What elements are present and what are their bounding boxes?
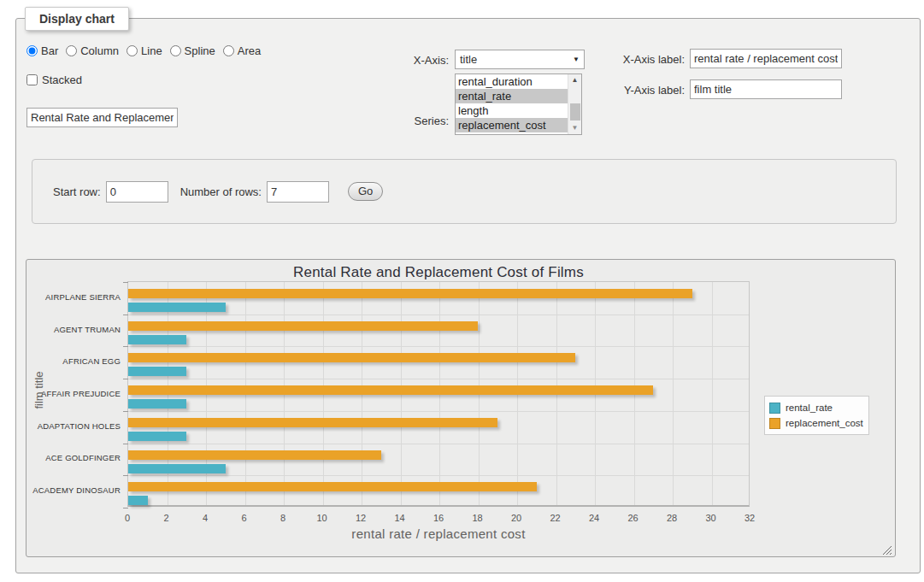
start-row-label: Start row: <box>53 185 101 198</box>
gridline-vertical <box>712 282 713 505</box>
y-axis-tick <box>123 282 128 283</box>
chart-title: Rental Rate and Replacement Cost of Film… <box>127 264 750 281</box>
x-tick-label: 28 <box>656 513 687 523</box>
y-category-label: ACADEMY DINOSAUR <box>26 485 121 495</box>
radio-spline[interactable] <box>170 45 181 56</box>
radio-label-text: Line <box>141 44 162 57</box>
radio-line[interactable] <box>127 45 138 56</box>
x-tick-label: 30 <box>696 513 727 523</box>
series-options: rental_durationrental_ratelengthreplacem… <box>456 74 568 134</box>
x-tick-label: 22 <box>540 513 571 523</box>
y-category-label: ADAPTATION HOLES <box>26 421 121 431</box>
series-option-replacement_cost[interactable]: replacement_cost <box>456 118 568 132</box>
bar-rental_rate <box>128 303 226 312</box>
chart-type-column[interactable]: Column <box>66 44 119 57</box>
series-option-length[interactable]: length <box>456 103 568 118</box>
chart-type-radios: BarColumnLineSplineArea <box>26 44 261 57</box>
y-category-label: AGENT TRUMAN <box>26 325 121 334</box>
xaxis-select-wrap: title ▼ <box>455 50 585 69</box>
stacked-checkbox-row[interactable]: Stacked <box>26 73 82 86</box>
scrollbar-thumb[interactable] <box>570 103 580 121</box>
series-scrollbar[interactable]: ▲ ▼ <box>568 74 581 134</box>
bar-replacement_cost <box>128 418 497 427</box>
y-axis-tick <box>123 444 128 444</box>
x-tick-label: 32 <box>734 513 765 523</box>
bar-replacement_cost <box>128 450 381 460</box>
xaxis-select-label: X-Axis: <box>392 54 449 67</box>
legend-item-replacement_cost: replacement_cost <box>769 415 863 431</box>
go-button[interactable]: Go <box>348 182 383 201</box>
num-rows-input[interactable] <box>267 181 329 203</box>
stacked-checkbox[interactable] <box>26 74 38 85</box>
legend-label: rental_rate <box>786 403 833 413</box>
page: Display chart BarColumnLineSplineArea St… <box>0 0 924 582</box>
radio-label-text: Column <box>80 44 119 57</box>
row-params-panel: Start row: Number of rows: Go <box>32 159 897 224</box>
x-tick-label: 4 <box>190 513 221 523</box>
x-tick-label: 2 <box>151 513 182 523</box>
gridline-horizontal <box>128 411 749 412</box>
x-tick-label: 6 <box>229 513 260 523</box>
x-tick-label: 20 <box>501 513 532 523</box>
bar-replacement_cost <box>128 321 478 331</box>
scroll-up-icon[interactable]: ▲ <box>568 74 581 86</box>
bar-replacement_cost <box>128 482 537 491</box>
x-tick-label: 12 <box>345 513 376 523</box>
series-listbox: rental_durationrental_ratelengthreplacem… <box>455 73 582 135</box>
y-category-label: AIRPLANE SIERRA <box>26 292 121 302</box>
y-axis-tick <box>123 379 128 379</box>
gridline-vertical <box>673 282 674 505</box>
chart-type-line[interactable]: Line <box>127 44 162 57</box>
yaxis-label-field-label: Y-Axis label: <box>616 84 685 97</box>
series-option-rental_duration[interactable]: rental_duration <box>456 74 568 89</box>
x-axis-title: rental rate / replacement cost <box>127 526 750 541</box>
legend-swatch-rental_rate <box>769 403 780 414</box>
display-chart-panel: Display chart BarColumnLineSplineArea St… <box>15 18 921 573</box>
x-tick-label: 14 <box>385 513 415 523</box>
gridline-horizontal <box>128 444 749 444</box>
bar-replacement_cost <box>128 353 575 362</box>
series-option-rental_rate[interactable]: rental_rate <box>456 89 568 103</box>
xaxis-label-input[interactable] <box>690 49 842 68</box>
bar-rental_rate <box>128 464 226 473</box>
xaxis-select[interactable]: title <box>455 50 585 69</box>
radio-area[interactable] <box>223 45 234 56</box>
chart-legend: rental_ratereplacement_cost <box>764 396 869 435</box>
x-tick-label: 8 <box>268 513 298 523</box>
radio-bar[interactable] <box>26 45 38 56</box>
y-category-label: AFFAIR PREJUDICE <box>26 389 121 398</box>
x-tick-label: 10 <box>307 513 338 523</box>
radio-label-text: Bar <box>41 44 58 57</box>
radio-column[interactable] <box>66 45 77 56</box>
bar-rental_rate <box>128 399 186 409</box>
stacked-label: Stacked <box>42 73 82 86</box>
xaxis-label-field-label: X-Axis label: <box>616 53 685 66</box>
num-rows-label: Number of rows: <box>180 185 262 198</box>
chart-title-input[interactable] <box>26 108 178 127</box>
series-listbox-label: Series: <box>392 115 449 127</box>
y-axis-tick <box>123 475 128 476</box>
bar-rental_rate <box>128 432 186 441</box>
chart-type-area[interactable]: Area <box>223 44 261 57</box>
legend-label: replacement_cost <box>786 418 863 428</box>
bar-replacement_cost <box>128 385 653 395</box>
scroll-down-icon[interactable]: ▼ <box>568 122 581 134</box>
y-axis-tick <box>123 411 128 412</box>
x-tick-label: 24 <box>579 513 609 523</box>
gridline-horizontal <box>128 315 749 315</box>
start-row-input[interactable] <box>106 181 168 203</box>
gridline-horizontal <box>128 379 749 379</box>
y-axis-tick <box>123 315 128 315</box>
chart-type-spline[interactable]: Spline <box>170 44 215 57</box>
resize-handle-icon[interactable] <box>882 544 892 554</box>
chart-type-bar[interactable]: Bar <box>26 44 58 57</box>
y-category-label: AFRICAN EGG <box>26 356 121 366</box>
x-tick-label: 0 <box>112 513 143 523</box>
y-axis-tick <box>123 346 128 347</box>
legend-item-rental_rate: rental_rate <box>769 400 863 415</box>
x-tick-label: 18 <box>462 513 493 523</box>
radio-label-text: Area <box>238 44 261 57</box>
yaxis-label-input[interactable] <box>690 79 842 99</box>
radio-label-text: Spline <box>185 44 215 57</box>
x-tick-label: 26 <box>618 513 649 523</box>
